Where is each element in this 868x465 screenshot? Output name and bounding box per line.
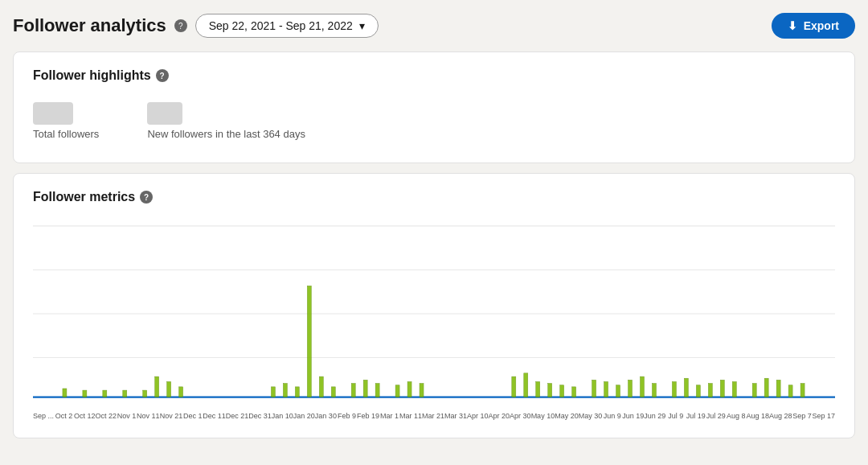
x-axis-label: Oct 12 — [74, 412, 96, 420]
svg-rect-31 — [592, 380, 596, 397]
svg-rect-39 — [696, 385, 700, 397]
total-followers-value — [33, 102, 73, 125]
svg-rect-20 — [363, 380, 367, 397]
svg-rect-24 — [420, 384, 424, 397]
x-axis-label: Jul 9 — [665, 412, 686, 420]
new-followers-value — [147, 102, 182, 125]
x-axis-label: Aug 8 — [726, 412, 746, 420]
svg-rect-22 — [395, 385, 399, 397]
highlights-help-icon[interactable]: ? — [156, 69, 169, 82]
svg-rect-7 — [103, 390, 107, 397]
x-axis-label: Dec 11 — [203, 412, 226, 420]
metrics-card: Follower metrics ? Sep ...Oct 2Oct 12Oct… — [13, 173, 855, 438]
x-axis-label: May 20 — [555, 412, 579, 420]
x-axis-label: Jun 9 — [602, 412, 622, 420]
x-axis-label: Jan 30 — [315, 412, 337, 420]
metrics-title: Follower metrics ? — [33, 190, 835, 204]
svg-rect-38 — [684, 378, 688, 397]
x-axis-label: Jul 19 — [686, 412, 706, 420]
x-axis-label: Jun 19 — [622, 412, 644, 420]
svg-rect-18 — [331, 387, 335, 397]
x-axis-label: Aug 28 — [769, 412, 792, 420]
x-axis-label: Dec 1 — [182, 412, 203, 420]
export-button[interactable]: ⬇ Export — [772, 13, 855, 39]
highlights-row: Total followers New followers in the las… — [33, 96, 835, 146]
x-axis-label: Feb 19 — [357, 412, 379, 420]
svg-rect-17 — [319, 377, 323, 397]
x-axis-label: Apr 30 — [510, 412, 531, 420]
svg-rect-13 — [271, 387, 275, 397]
x-axis-label: Jul 29 — [706, 412, 726, 420]
svg-rect-35 — [640, 377, 644, 397]
header-left: Follower analytics ? Sep 22, 2021 - Sep … — [13, 14, 379, 38]
svg-rect-34 — [628, 380, 633, 397]
x-axis-label: May 10 — [531, 412, 555, 420]
x-axis-label: May 30 — [579, 412, 603, 420]
svg-rect-27 — [536, 381, 540, 397]
page-title: Follower analytics — [13, 15, 166, 36]
svg-rect-37 — [672, 381, 676, 397]
metrics-help-icon[interactable]: ? — [140, 191, 153, 204]
svg-rect-30 — [572, 387, 576, 397]
svg-rect-15 — [295, 387, 299, 397]
highlights-card: Follower highlights ? Total followers Ne… — [13, 51, 855, 163]
x-axis-label: Oct 2 — [54, 412, 74, 420]
svg-rect-41 — [720, 380, 724, 397]
svg-rect-46 — [788, 385, 792, 397]
svg-rect-42 — [732, 381, 736, 397]
svg-rect-23 — [407, 381, 411, 397]
x-axis-label: Jan 10 — [272, 412, 293, 420]
svg-rect-10 — [155, 377, 159, 397]
svg-rect-33 — [616, 385, 620, 397]
svg-rect-47 — [800, 384, 805, 397]
svg-rect-40 — [708, 384, 712, 397]
svg-rect-19 — [351, 384, 355, 397]
x-axis-label: Mar 21 — [422, 412, 444, 420]
x-axis-label: Mar 31 — [444, 412, 467, 420]
export-label: Export — [804, 19, 839, 32]
x-axis-label: Nov 21 — [160, 412, 183, 420]
date-range-label: Sep 22, 2021 - Sep 21, 2022 — [209, 19, 353, 32]
x-axis-label: Mar 11 — [399, 412, 422, 420]
svg-rect-5 — [63, 389, 67, 397]
download-icon: ⬇ — [788, 19, 797, 32]
svg-rect-6 — [83, 390, 87, 397]
svg-rect-45 — [776, 380, 780, 397]
svg-rect-21 — [375, 384, 379, 397]
svg-rect-25 — [512, 377, 516, 397]
total-followers-label: Total followers — [33, 128, 99, 140]
new-followers-label: New followers in the last 364 days — [147, 128, 305, 140]
total-followers-item: Total followers — [33, 102, 99, 140]
x-axis-label: Jan 20 — [293, 412, 315, 420]
page-header: Follower analytics ? Sep 22, 2021 - Sep … — [13, 13, 855, 39]
svg-rect-11 — [167, 381, 171, 397]
x-axis-label: Dec 21 — [226, 412, 249, 420]
x-axis-label: Feb 9 — [337, 412, 357, 420]
svg-rect-28 — [548, 384, 552, 397]
svg-rect-44 — [764, 378, 768, 397]
chevron-down-icon: ▾ — [359, 19, 365, 32]
chart-container — [33, 217, 835, 410]
title-help-icon[interactable]: ? — [174, 19, 187, 32]
x-axis-label: Jun 29 — [644, 412, 665, 420]
svg-rect-32 — [604, 381, 608, 397]
x-axis: Sep ...Oct 2Oct 12Oct 22Nov 1Nov 11Nov 2… — [33, 410, 835, 422]
svg-rect-36 — [652, 384, 656, 397]
x-axis-label: Mar 1 — [379, 412, 399, 420]
x-axis-label: Sep 7 — [792, 412, 812, 420]
svg-rect-26 — [524, 373, 528, 397]
x-axis-label: Dec 31 — [248, 412, 272, 420]
svg-rect-8 — [123, 390, 127, 397]
svg-rect-9 — [143, 390, 147, 397]
svg-rect-16 — [307, 286, 311, 397]
x-axis-label: Oct 22 — [96, 412, 117, 420]
new-followers-item: New followers in the last 364 days — [147, 102, 305, 140]
chart-svg — [33, 217, 835, 410]
svg-rect-14 — [283, 384, 287, 397]
svg-rect-12 — [179, 387, 183, 397]
svg-rect-29 — [560, 385, 564, 397]
svg-rect-43 — [752, 384, 756, 397]
date-range-picker[interactable]: Sep 22, 2021 - Sep 21, 2022 ▾ — [195, 14, 379, 38]
x-axis-label: Aug 18 — [746, 412, 769, 420]
x-axis-label: Apr 10 — [467, 412, 489, 420]
